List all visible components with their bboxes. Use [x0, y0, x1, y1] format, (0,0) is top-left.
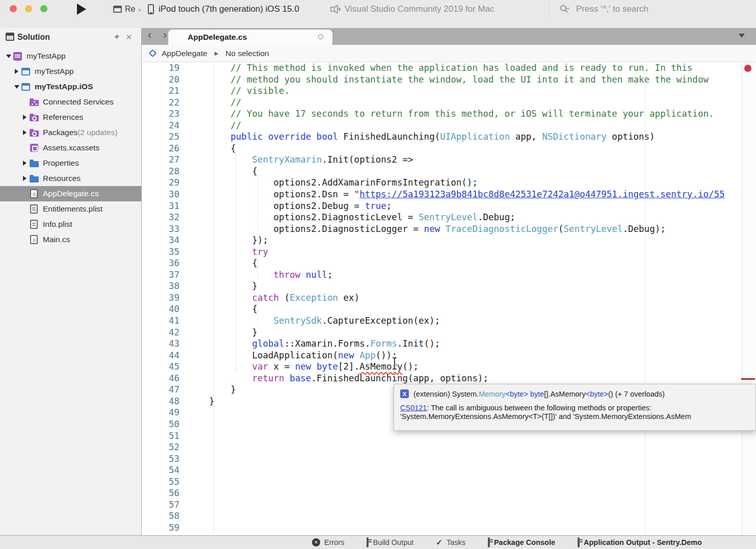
bottom-tab-errors[interactable]: ✕Errors: [312, 538, 344, 546]
code-line-53[interactable]: 53: [142, 453, 756, 465]
code-line-45[interactable]: 45 var x = new byte[2].AsMemory();: [142, 361, 756, 373]
code-line-37[interactable]: 37 throw null;: [142, 269, 756, 281]
code-line-24[interactable]: 24 //: [142, 120, 756, 132]
sidebar-item-references[interactable]: References: [0, 110, 141, 125]
error-code-link[interactable]: CS0121: [400, 404, 427, 412]
sidebar-item-entitlements-plist[interactable]: Entitlements.plist: [0, 201, 141, 217]
line-text: [179, 453, 188, 465]
sidebar-item-resources[interactable]: Resources: [0, 171, 141, 186]
item-label: Info.plist: [43, 220, 72, 229]
sidebar-item-main-cs[interactable]: Main.cs: [0, 232, 141, 247]
tab-appdelegate[interactable]: AppDelegate.cs: [168, 30, 332, 45]
code-line-51[interactable]: 51: [142, 430, 756, 442]
code-line-32[interactable]: 32 options2.DiagnosticLevel = SentryLeve…: [142, 212, 756, 223]
code-line-58[interactable]: 58: [142, 510, 756, 522]
code-line-38[interactable]: 38 }: [142, 280, 756, 292]
code-line-25[interactable]: 25 public override bool FinishedLaunchin…: [142, 131, 756, 143]
code-line-19[interactable]: 19 // This method is invoked when the ap…: [142, 62, 756, 74]
zoom-window-button[interactable]: [40, 5, 47, 12]
code-line-36[interactable]: 36 {: [142, 257, 756, 269]
code-line-29[interactable]: 29 options2.AddXamarinFormsIntegration()…: [142, 177, 756, 189]
bottom-tab-package-console[interactable]: Package Console: [488, 538, 555, 546]
sidebar-item-mytestapp-ios[interactable]: myTestApp.iOS: [0, 79, 141, 94]
code-line-26[interactable]: 26 {: [142, 143, 756, 154]
code-line-28[interactable]: 28 {: [142, 166, 756, 177]
code-line-41[interactable]: 41 SentrySdk.CaptureException(ex);: [142, 315, 756, 327]
code-line-30[interactable]: 30 options2.Dsn = "https://5a193123a9b84…: [142, 189, 756, 200]
device-selector[interactable]: iPod touch (7th generation) iOS 15.0: [148, 3, 299, 16]
code-line-57[interactable]: 57: [142, 499, 756, 511]
editor-scrollbar[interactable]: [742, 62, 756, 535]
code-line-39[interactable]: 39 catch (Exception ex): [142, 292, 756, 304]
disclosure-right-icon[interactable]: [12, 69, 21, 74]
code-line-42[interactable]: 42 }: [142, 327, 756, 338]
item-label: AppDelegate.cs: [43, 189, 98, 198]
line-text: try: [179, 246, 268, 258]
disclosure-right-icon[interactable]: [20, 130, 29, 135]
line-text: return base.FinishedLaunching(app, optio…: [179, 373, 488, 384]
breadcrumb-selection[interactable]: No selection: [225, 49, 269, 58]
disclosure-right-icon[interactable]: [20, 161, 29, 166]
close-panel-icon[interactable]: ✕: [125, 33, 132, 42]
solution-panel-icon: [6, 33, 14, 41]
item-label: Connected Services: [43, 97, 114, 107]
text-cursor-icon: [390, 357, 399, 370]
minimize-window-button[interactable]: [25, 5, 32, 12]
sidebar-item-mytestapp[interactable]: myTestApp: [0, 48, 141, 64]
close-window-button[interactable]: [10, 5, 17, 12]
disclosure-right-icon[interactable]: [20, 115, 29, 120]
error-tooltip: X (extension) System.Memory<byte> byte[]…: [394, 384, 756, 431]
disclosure-down-icon[interactable]: [4, 55, 13, 58]
sidebar-item-info-plist[interactable]: Info.plist: [0, 217, 141, 232]
sidebar-item-appdelegate-cs[interactable]: AppDelegate.cs: [0, 186, 141, 201]
code-line-52[interactable]: 52: [142, 441, 756, 453]
line-text: SentrySdk.CaptureException(ex);: [179, 315, 440, 327]
code-line-40[interactable]: 40 {: [142, 303, 756, 315]
code-line-31[interactable]: 31 options2.Debug = true;: [142, 200, 756, 212]
bottom-tab-label: Tasks: [447, 538, 465, 546]
bottom-pad-bar: ✕ErrorsBuild Output✓TasksPackage Console…: [0, 535, 756, 549]
sidebar-item-connected-services[interactable]: Connected Services: [0, 94, 141, 110]
code-editor[interactable]: 19 // This method is invoked when the ap…: [142, 62, 756, 535]
disclosure-down-icon[interactable]: [12, 85, 21, 89]
app-title-label: Visual Studio Community 2019 for Mac: [345, 4, 494, 14]
code-line-55[interactable]: 55: [142, 476, 756, 488]
code-line-44[interactable]: 44 LoadApplication(new App());: [142, 350, 756, 361]
sidebar-item-properties[interactable]: Properties: [0, 155, 141, 171]
code-line-34[interactable]: 34 });: [142, 234, 756, 246]
sidebar-item-assets-xcassets[interactable]: Assets.xcassets: [0, 140, 141, 155]
breadcrumb-root[interactable]: AppDelegate: [162, 49, 207, 58]
run-button[interactable]: [75, 3, 89, 15]
code-line-20[interactable]: 20 // method you should instantiate the …: [142, 74, 756, 86]
line-text: options2.Dsn = "https://5a193123a9b841bc…: [179, 189, 725, 200]
line-number: 36: [142, 257, 179, 269]
code-line-23[interactable]: 23 // You have 17 seconds to return from…: [142, 108, 756, 120]
disclosure-right-icon[interactable]: [20, 176, 29, 181]
sidebar-item-mytestapp[interactable]: myTestApp: [0, 64, 141, 79]
tab-list-dropdown-icon[interactable]: [739, 34, 745, 38]
line-text: [179, 487, 188, 499]
navigate-back-icon[interactable]: ‹: [148, 29, 151, 42]
line-text: [179, 499, 188, 511]
code-line-27[interactable]: 27 SentryXamarin.Init(options2 =>: [142, 154, 756, 166]
code-line-54[interactable]: 54: [142, 464, 756, 476]
code-line-59[interactable]: 59: [142, 522, 756, 534]
line-text: }: [179, 280, 257, 292]
code-line-56[interactable]: 56: [142, 487, 756, 499]
code-line-22[interactable]: 22 //: [142, 97, 756, 109]
line-text: {: [179, 257, 257, 269]
bottom-tab-build-output[interactable]: Build Output: [367, 538, 413, 546]
line-number: 26: [142, 143, 179, 154]
code-line-35[interactable]: 35 try: [142, 246, 756, 258]
bottom-tab-application-output[interactable]: Application Output - Sentry.Demo: [578, 538, 702, 546]
code-line-46[interactable]: 46 return base.FinishedLaunching(app, op…: [142, 373, 756, 384]
code-line-21[interactable]: 21 // visible.: [142, 85, 756, 97]
configuration-selector[interactable]: Re ›: [113, 4, 141, 15]
navigate-forward-icon[interactable]: ›: [163, 29, 167, 42]
code-line-33[interactable]: 33 options2.DiagnosticLogger = new Trace…: [142, 223, 756, 235]
pin-icon[interactable]: [114, 34, 120, 40]
search-input[interactable]: Press '^,' to search: [560, 3, 648, 16]
code-line-43[interactable]: 43 global::Xamarin.Forms.Forms.Init();: [142, 338, 756, 350]
sidebar-item-packages[interactable]: Packages (2 updates): [0, 125, 141, 140]
bottom-tab-tasks[interactable]: ✓Tasks: [436, 538, 465, 547]
